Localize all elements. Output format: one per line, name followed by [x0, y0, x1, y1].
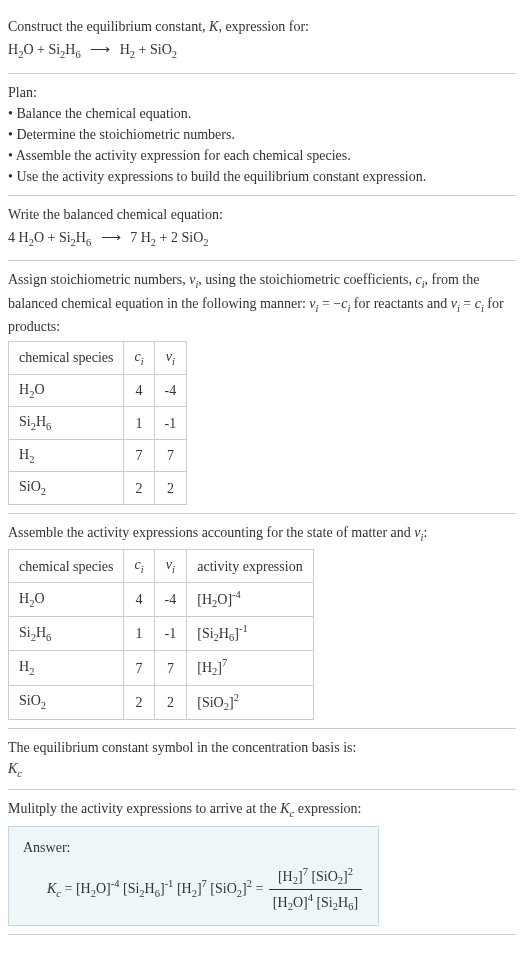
- nui-cell: -1: [154, 617, 187, 651]
- sup: 2: [348, 866, 353, 877]
- K: K: [8, 761, 17, 776]
- th-ci: ci: [124, 550, 154, 583]
- ci-cell: 4: [124, 374, 154, 407]
- text: [H: [76, 881, 91, 896]
- text: SiO: [150, 42, 172, 57]
- stoich-section: Assign stoichiometric numbers, νi, using…: [8, 261, 516, 514]
- species-cell: H2: [9, 439, 124, 472]
- ci-cell: 2: [124, 472, 154, 505]
- variable-K: K: [209, 19, 218, 34]
- table-row: SiO2 2 2 [SiO2]2: [9, 685, 314, 719]
- ci-cell: 1: [124, 617, 154, 651]
- text: H: [65, 42, 75, 57]
- sub: i: [172, 564, 175, 575]
- K: K: [47, 881, 56, 896]
- unbalanced-equation: H2O + Si2H6 ⟶ H2 + SiO2: [8, 39, 516, 63]
- text: [H: [273, 895, 288, 910]
- answer-label: Answer:: [23, 837, 364, 858]
- th-species: chemical species: [9, 342, 124, 375]
- text: Mulitply the activity expressions to arr…: [8, 801, 280, 816]
- text: H: [19, 591, 29, 606]
- ci-cell: 7: [124, 651, 154, 685]
- plan-section: Plan: • Balance the chemical equation. •…: [8, 74, 516, 196]
- activity-section: Assemble the activity expressions accoun…: [8, 514, 516, 729]
- text: H: [219, 626, 229, 641]
- nui-cell: -4: [154, 374, 187, 407]
- sub: 2: [41, 486, 46, 497]
- sub: 2: [29, 454, 34, 465]
- text: H: [36, 414, 46, 429]
- table-header-row: chemical species ci νi: [9, 342, 187, 375]
- text: Si: [48, 42, 60, 57]
- text: [Si: [316, 895, 332, 910]
- text: SiO: [19, 479, 41, 494]
- text: H: [145, 881, 155, 896]
- text: H: [338, 895, 348, 910]
- sup: 7: [202, 878, 207, 889]
- ci-cell: 4: [124, 583, 154, 617]
- text: H: [19, 382, 29, 397]
- sub: i: [141, 356, 144, 367]
- sub: 6: [75, 49, 80, 60]
- text: [H: [278, 869, 293, 884]
- text: =: [252, 881, 267, 896]
- table-row: H2 7 7 [H2]7: [9, 651, 314, 685]
- sub: 6: [46, 632, 51, 643]
- text: [SiO: [197, 694, 223, 709]
- prompt-line1: Construct the equilibrium constant, K, e…: [8, 16, 516, 37]
- text: O: [34, 230, 44, 245]
- sup: 7: [222, 657, 227, 668]
- ci-cell: 1: [124, 407, 154, 440]
- plan-bullet: • Balance the chemical equation.: [8, 103, 516, 124]
- plan-title: Plan:: [8, 82, 516, 103]
- text: :: [423, 525, 427, 540]
- table-row: H2O 4 -4: [9, 374, 187, 407]
- th-nui: νi: [154, 342, 187, 375]
- activity-cell: [Si2H6]-1: [187, 617, 313, 651]
- text: =: [61, 881, 76, 896]
- symbol-section: The equilibrium constant symbol in the c…: [8, 729, 516, 791]
- text: = −: [318, 296, 341, 311]
- nui-cell: 2: [154, 685, 187, 719]
- th-species: chemical species: [9, 550, 124, 583]
- text: [SiO: [311, 869, 337, 884]
- text: for reactants and: [350, 296, 450, 311]
- text: H: [8, 42, 18, 57]
- text: H: [19, 447, 29, 462]
- nui-cell: 7: [154, 651, 187, 685]
- plan-bullet: • Determine the stoichiometric numbers.: [8, 124, 516, 145]
- text: O: [34, 382, 44, 397]
- activity-cell: [H2O]-4: [187, 583, 313, 617]
- text: 2 SiO: [171, 230, 203, 245]
- species-cell: H2: [9, 651, 124, 685]
- nui-cell: 2: [154, 472, 187, 505]
- denominator: [H2O]4 [Si2H6]: [269, 890, 362, 915]
- sub: 2: [18, 49, 23, 60]
- arrow-icon: ⟶: [90, 42, 110, 57]
- text: H: [19, 659, 29, 674]
- sub: 2: [29, 666, 34, 677]
- table-row: Si2H6 1 -1 [Si2H6]-1: [9, 617, 314, 651]
- plan-bullet: • Use the activity expressions to build …: [8, 166, 516, 187]
- text: , expression for:: [218, 19, 309, 34]
- text: [H: [177, 881, 192, 896]
- plan-bullet: • Assemble the activity expression for e…: [8, 145, 516, 166]
- balanced-title: Write the balanced chemical equation:: [8, 204, 516, 225]
- balanced-section: Write the balanced chemical equation: 4 …: [8, 196, 516, 262]
- text: H: [36, 625, 46, 640]
- text: +: [135, 42, 150, 57]
- nui-cell: -1: [154, 407, 187, 440]
- symbol-text: The equilibrium constant symbol in the c…: [8, 737, 516, 758]
- th-nui: νi: [154, 550, 187, 583]
- sup: 4: [308, 892, 313, 903]
- text: H: [76, 230, 86, 245]
- text: O]: [96, 881, 111, 896]
- text: Assemble the activity expressions accoun…: [8, 525, 414, 540]
- text: +: [34, 42, 49, 57]
- sub: 2: [203, 236, 208, 247]
- activity-table: chemical species ci νi activity expressi…: [8, 549, 314, 719]
- sup: -4: [232, 589, 241, 600]
- species-cell: SiO2: [9, 472, 124, 505]
- text: [H: [197, 660, 212, 675]
- numerator: [H2]7 [SiO2]2: [269, 864, 362, 890]
